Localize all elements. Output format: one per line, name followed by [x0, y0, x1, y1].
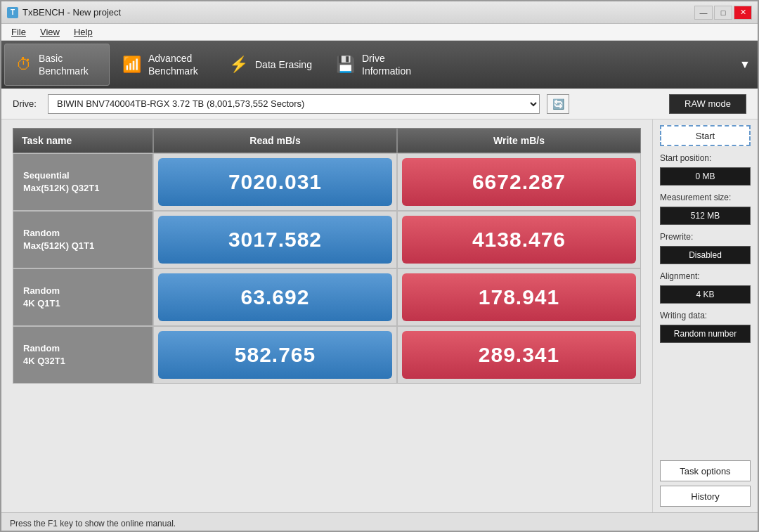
write-value: 289.341 [402, 331, 636, 379]
write-value: 4138.476 [402, 216, 636, 264]
title-bar: T TxBENCH - New project — □ ✕ [1, 1, 758, 24]
chart-icon: 📶 [122, 56, 141, 74]
write-value: 6672.287 [402, 158, 636, 206]
basic-benchmark-label: BasicBenchmark [39, 52, 89, 77]
start-button[interactable]: Start [660, 125, 751, 146]
table-row: Random4K Q32T1582.765289.341 [13, 326, 641, 384]
advanced-benchmark-label: AdvancedBenchmark [148, 52, 198, 77]
write-value-cell: 289.341 [397, 326, 641, 384]
menu-view[interactable]: View [34, 25, 65, 39]
toolbar-dropdown[interactable]: ▼ [735, 44, 755, 86]
read-value: 63.692 [158, 273, 392, 321]
col-read: Read mB/s [153, 128, 397, 153]
clock-icon: ⏱ [16, 56, 32, 74]
measurement-size-value: 512 MB [660, 207, 751, 225]
app-icon: T [7, 7, 18, 18]
status-bar: Press the F1 key to show the online manu… [1, 512, 758, 532]
read-value-cell: 582.765 [153, 326, 397, 384]
right-panel: Start Start position: 0 MB Measurement s… [652, 119, 758, 512]
read-value-cell: 63.692 [153, 268, 397, 326]
write-value-cell: 4138.476 [397, 211, 641, 268]
task-name-cell: RandomMax(512K) Q1T1 [13, 211, 153, 268]
read-value: 7020.031 [158, 158, 392, 206]
main-content: Task name Read mB/s Write mB/s Sequentia… [1, 119, 758, 512]
prewrite-value: Disabled [660, 246, 751, 264]
read-value: 582.765 [158, 331, 392, 379]
col-write: Write mB/s [397, 128, 641, 153]
write-value: 178.941 [402, 273, 636, 321]
menu-file[interactable]: File [6, 25, 32, 39]
table-row: SequentialMax(512K) Q32T17020.0316672.28… [13, 153, 641, 211]
writing-data-label: Writing data: [660, 311, 751, 320]
start-position-label: Start position: [660, 153, 751, 163]
data-erasing-label: Data Erasing [255, 58, 312, 71]
prewrite-label: Prewrite: [660, 232, 751, 242]
benchmark-table: Task name Read mB/s Write mB/s Sequentia… [13, 128, 641, 384]
status-text: Press the F1 key to show the online manu… [10, 519, 176, 528]
read-value-cell: 7020.031 [153, 153, 397, 211]
drive-refresh-button[interactable]: 🔄 [547, 94, 569, 114]
writing-data-value: Random number [660, 325, 751, 343]
tab-data-erasing[interactable]: ⚡ Data Erasing [218, 44, 323, 86]
start-position-value: 0 MB [660, 167, 751, 186]
tab-drive-information[interactable]: 💾 DriveInformation [325, 44, 430, 86]
drive-label: Drive: [13, 98, 41, 109]
menu-help[interactable]: Help [68, 25, 98, 39]
window-controls: — □ ✕ [694, 6, 752, 20]
menu-bar: File View Help [1, 24, 758, 41]
col-task-name: Task name [13, 128, 153, 153]
maximize-button[interactable]: □ [714, 6, 732, 20]
measurement-size-label: Measurement size: [660, 193, 751, 202]
read-value-cell: 3017.582 [153, 211, 397, 268]
history-button[interactable]: History [660, 486, 751, 507]
alignment-label: Alignment: [660, 271, 751, 281]
table-row: Random4K Q1T163.692178.941 [13, 268, 641, 326]
erase-icon: ⚡ [229, 56, 248, 74]
write-value-cell: 6672.287 [397, 153, 641, 211]
task-options-button[interactable]: Task options [660, 460, 751, 481]
alignment-value: 4 KB [660, 285, 751, 304]
toolbar: ⏱ BasicBenchmark 📶 AdvancedBenchmark ⚡ D… [1, 41, 758, 89]
raw-mode-button[interactable]: RAW mode [669, 94, 746, 114]
benchmark-area: Task name Read mB/s Write mB/s Sequentia… [1, 119, 652, 512]
drive-row: Drive: BIWIN BNV740004TB-RGX 3.72 TB (8,… [1, 89, 758, 119]
write-value-cell: 178.941 [397, 268, 641, 326]
task-name-cell: SequentialMax(512K) Q32T1 [13, 153, 153, 211]
minimize-button[interactable]: — [694, 6, 713, 20]
read-value: 3017.582 [158, 216, 392, 264]
tab-basic-benchmark[interactable]: ⏱ BasicBenchmark [4, 44, 110, 86]
table-row: RandomMax(512K) Q1T13017.5824138.476 [13, 211, 641, 268]
drive-select[interactable]: BIWIN BNV740004TB-RGX 3.72 TB (8,001,573… [48, 94, 540, 114]
window-title: TxBENCH - New project [22, 7, 694, 18]
task-name-cell: Random4K Q32T1 [13, 326, 153, 384]
task-name-cell: Random4K Q1T1 [13, 268, 153, 326]
drive-icon: 💾 [336, 56, 355, 74]
close-button[interactable]: ✕ [734, 6, 752, 20]
tab-advanced-benchmark[interactable]: 📶 AdvancedBenchmark [111, 44, 216, 86]
drive-information-label: DriveInformation [362, 52, 411, 77]
